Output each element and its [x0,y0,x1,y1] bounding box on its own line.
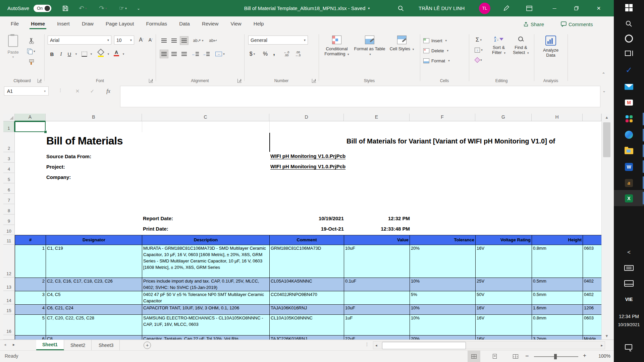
bom-header-cell[interactable] [583,235,601,245]
accounting-format-button[interactable]: $▾ [248,50,256,58]
insert-function-button[interactable]: fx [103,86,114,96]
bom-cell[interactable]: 16V [476,305,532,315]
bold-button[interactable]: B [48,50,56,58]
bom-cell[interactable]: C4, C5 [46,291,142,305]
bom-header-cell[interactable]: Description [142,235,270,245]
bom-cell[interactable]: C8 [46,336,142,340]
row-header-6[interactable]: 6 [3,183,15,194]
row-header-15[interactable]: 15 [3,304,15,314]
excel-taskbar-button[interactable]: X [614,193,644,204]
analyze-data-button[interactable]: Analyze Data [539,36,563,58]
tab-page-layout[interactable]: Page Layout [100,16,139,30]
column-header-E[interactable]: E [344,114,410,121]
page-break-view-button[interactable] [509,351,522,362]
bom-cell[interactable]: 22uF [344,336,410,340]
bom-cell[interactable]: GRM188C81C106MA73D [270,245,344,278]
borders-button[interactable] [80,50,88,58]
search-button[interactable] [397,0,404,16]
bottom-align-button[interactable] [180,36,189,45]
bom-cell[interactable]: 0.8mm [532,245,583,278]
column-header-partial[interactable] [583,114,601,121]
name-box[interactable]: A1 ▾ [4,86,49,96]
edge-button[interactable] [614,129,644,140]
show-hidden-icons-button[interactable]: < [614,248,644,257]
quick-access-toolbar-button[interactable]: ⌄ [137,0,140,16]
collapse-ribbon-button[interactable]: ⌃ [602,72,605,77]
mail-button[interactable] [614,81,644,93]
zoom-slider-thumb[interactable] [554,354,557,359]
paste-button[interactable]: Paste ▾ [3,35,23,60]
font-size-select[interactable]: 10▾ [114,36,134,45]
clipboard-dialog-launcher[interactable] [38,79,42,83]
formula-input[interactable] [120,86,600,107]
row-header-12[interactable]: 12 [3,245,15,278]
altium-button[interactable]: a [614,178,644,188]
bom-cell[interactable]: 10% [410,315,476,336]
vertical-scrollbar[interactable]: ▲ ▼ [601,114,612,340]
bom-cell[interactable]: C6, C21, C24 [46,305,142,315]
cell-project-label[interactable]: Project: [46,164,65,170]
bom-cell[interactable]: 10uF [344,245,410,278]
increase-decimal-button[interactable]: ←.0.00 [282,50,291,58]
number-dialog-launcher[interactable] [312,79,316,83]
bom-cell[interactable]: Molde [583,336,601,340]
cancel-entry-button[interactable]: ✕ [72,86,83,96]
bom-cell[interactable]: 3.2mm [532,336,583,340]
bom-header-cell[interactable]: Value [344,235,410,245]
column-header-B[interactable]: B [46,114,142,121]
bom-cell[interactable]: CL05A104KA5NNNC [270,278,344,291]
bom-cell[interactable]: 20% [410,336,476,340]
row-header-9[interactable]: 9 [3,215,15,225]
find-select-button[interactable]: Find & Select ▾ [511,36,531,56]
save-button[interactable] [62,0,69,16]
cell-variant-title[interactable]: Bill of Materials for Variant [Variant o… [269,133,601,152]
undo-button[interactable]: ↶▾ [79,0,87,16]
bom-cell[interactable]: Capacitor, Tantalum, Cap 22 uF, Tol 10%,… [142,336,270,340]
underline-dropdown[interactable]: ▾ [74,50,78,58]
increase-indent-button[interactable]: → [201,50,211,58]
tab-help[interactable]: Help [248,16,269,30]
clear-button[interactable]: ▾ [472,56,485,64]
row-header-8[interactable]: 8 [3,204,15,215]
horizontal-scroll-thumb[interactable] [382,342,466,349]
bom-cell[interactable]: CAPACITOR TANT, 10UF, 16V, 3 OHM, 0.1, 1… [142,305,270,315]
bom-cell[interactable]: CC0402JRNPO9BN470 [270,291,344,305]
bom-cell[interactable]: SAMSUNG ELECTRO-MECHANICS - CL10A105KO8N… [142,315,270,336]
scroll-right-icon[interactable]: ▸ [601,343,603,348]
bom-cell[interactable]: 0.5mm [532,278,583,291]
taskbar-search-button[interactable] [614,19,644,29]
delete-cells-button[interactable]: ✕ Delete▾ [423,46,466,55]
share-button[interactable]: Share [523,20,544,28]
tab-file[interactable]: File [5,16,24,30]
action-center-button[interactable] [614,343,644,353]
tab-draw[interactable]: Draw [76,16,99,30]
row-header-4[interactable]: 4 [3,163,15,173]
cell-company-label[interactable]: Company: [46,174,71,180]
bom-cell[interactable]: CL10A105KO8NNNC [270,315,344,336]
bom-header-cell[interactable]: Designator [46,235,142,245]
fill-color-dropdown[interactable]: ▾ [106,50,110,58]
bom-cell[interactable]: 16V [476,315,532,336]
cell-styles-button[interactable]: Cell Styles ▾ [386,36,417,52]
sheet-nav-left-icon[interactable]: ◂ [4,342,6,347]
bom-cell[interactable]: 1.6mm [532,305,583,315]
underline-button[interactable]: U [66,50,73,58]
merge-center-button[interactable]: ↔ ▾ [213,50,227,58]
column-header-D[interactable]: D [269,114,344,121]
microsoft-todo-button[interactable]: ✓ [614,64,644,76]
bom-cell[interactable]: 4 [15,305,46,315]
bom-cell[interactable]: 0.5mm [532,291,583,305]
decrease-font-button[interactable]: Aˇ [146,36,155,44]
align-center-button[interactable] [170,50,178,58]
new-sheet-button[interactable]: + [144,342,151,349]
row-header-10[interactable]: 10 [3,225,15,235]
font-color-button[interactable]: A [113,49,120,58]
bom-cell[interactable]: 6 [15,336,46,340]
bom-cell[interactable]: TAJA106K016RNJ [270,305,344,315]
tab-insert[interactable]: Insert [52,16,75,30]
minimize-button[interactable]: ─ [547,0,562,16]
scroll-up-icon[interactable]: ▲ [602,114,612,121]
bom-cell[interactable]: 16V [476,336,532,340]
bom-cell[interactable]: 3 [15,291,46,305]
middle-align-button[interactable] [170,36,178,45]
